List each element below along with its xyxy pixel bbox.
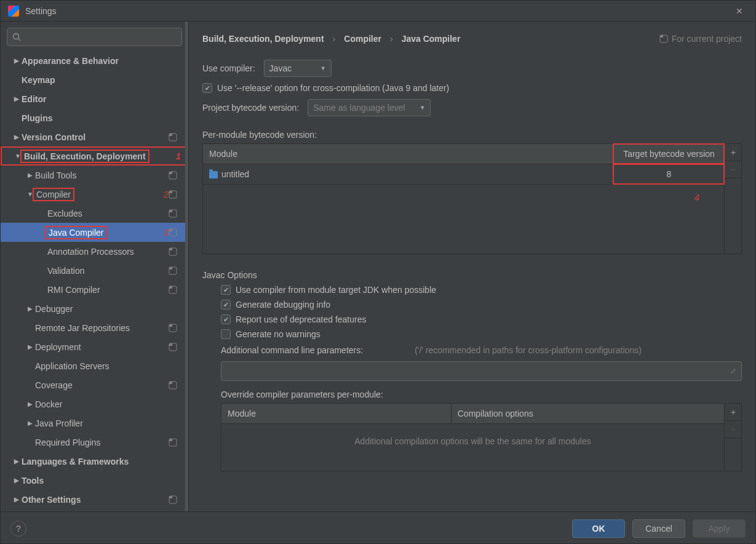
chevron-right-icon: ▶	[25, 343, 35, 350]
settings-content: Build, Execution, Deployment › Compiler …	[189, 22, 755, 511]
col-module[interactable]: Module	[203, 144, 613, 164]
cancel-button[interactable]: Cancel	[632, 519, 685, 538]
search-input[interactable]	[7, 28, 182, 46]
release-option-label: Use '--release' option for cross-compila…	[217, 83, 449, 93]
sidebar-item-deployment[interactable]: ▶Deployment	[1, 337, 188, 356]
svg-rect-9	[169, 210, 172, 212]
checkbox-icon	[221, 329, 231, 339]
per-module-table: Module Target bytecode version untitled …	[202, 143, 725, 254]
sidebar-item-label: RMI Compiler	[47, 285, 169, 295]
add-row-button[interactable]: ＋	[725, 404, 741, 421]
svg-rect-5	[169, 172, 172, 174]
add-row-button[interactable]: ＋	[725, 144, 741, 161]
col-compilation-options[interactable]: Compilation options	[451, 404, 724, 423]
javac-cb-deprecated[interactable]: Report use of deprecated features	[221, 314, 742, 324]
per-module-label: Per-module bytecode version:	[202, 130, 742, 140]
addl-params-input[interactable]: ⤢	[221, 361, 742, 381]
help-button[interactable]: ?	[10, 521, 26, 537]
sidebar-item-label: Java Compiler	[47, 226, 157, 239]
sidebar-item-build-execution-deployment[interactable]: ▼Build, Execution, Deployment1	[1, 146, 188, 166]
sidebar-item-appearance-behavior[interactable]: ▶Appearance & Behavior	[1, 51, 188, 70]
table-row[interactable]: untitled 8	[203, 164, 724, 185]
javac-cb-debug-info[interactable]: Generate debugging info	[221, 300, 742, 310]
sidebar-item-languages-frameworks[interactable]: ▶Languages & Frameworks	[1, 452, 188, 471]
sidebar-item-build-tools[interactable]: ▶Build Tools	[1, 166, 188, 185]
checkbox-icon	[221, 300, 231, 310]
sidebar-item-docker[interactable]: ▶Docker	[1, 394, 188, 414]
col-target[interactable]: Target bytecode version	[613, 144, 724, 164]
search-field[interactable]	[26, 32, 177, 42]
project-bytecode-label: Project bytecode version:	[202, 103, 299, 113]
javac-cb-no-warnings[interactable]: Generate no warnings	[221, 329, 742, 339]
sidebar-item-rmi-compiler[interactable]: RMI Compiler	[1, 280, 188, 299]
svg-rect-13	[169, 248, 172, 250]
chevron-right-icon: ▶	[12, 477, 22, 484]
svg-point-0	[14, 34, 19, 39]
svg-rect-25	[169, 439, 172, 441]
sidebar-item-validation[interactable]: Validation	[1, 261, 188, 280]
annotation-1: 1	[176, 151, 181, 161]
project-scope-icon	[169, 190, 177, 199]
project-scope-icon	[169, 266, 177, 275]
svg-rect-23	[169, 382, 172, 384]
cell-target[interactable]: 8	[613, 164, 724, 184]
sidebar-item-keymap[interactable]: Keymap	[1, 70, 188, 89]
project-bytecode-select[interactable]: Same as language level ▼	[308, 99, 431, 116]
close-icon[interactable]: ✕	[731, 4, 748, 18]
sidebar-item-label: Java Profiler	[35, 418, 182, 428]
sidebar-item-label: Coverage	[35, 380, 169, 390]
sidebar-item-label: Tools	[22, 476, 182, 486]
sidebar-item-compiler[interactable]: ▼Compiler2	[1, 185, 188, 204]
chevron-down-icon: ▼	[320, 65, 326, 71]
sidebar-item-tools[interactable]: ▶Tools	[1, 471, 188, 490]
svg-rect-3	[169, 134, 172, 136]
project-scope-icon	[169, 438, 177, 447]
sidebar-item-remote-jar-repositories[interactable]: Remote Jar Repositories	[1, 318, 188, 337]
sidebar-item-annotation-processors[interactable]: Annotation Processors	[1, 242, 188, 261]
crumb-build[interactable]: Build, Execution, Deployment	[202, 34, 324, 44]
sidebar-item-label: Required Plugins	[35, 438, 169, 447]
addl-params-hint: ('/' recommended in paths for cross-plat…	[415, 345, 642, 355]
sidebar-item-application-servers[interactable]: Application Servers	[1, 356, 188, 375]
chevron-right-icon: ▶	[25, 305, 35, 312]
scope-hint: For current project	[659, 34, 742, 44]
chevron-right-icon: ▶	[25, 172, 35, 178]
svg-rect-11	[169, 229, 172, 231]
ok-button[interactable]: OK	[572, 519, 625, 538]
sidebar-item-version-control[interactable]: ▶Version Control	[1, 127, 188, 146]
chevron-right-icon: ▶	[25, 401, 35, 407]
sidebar-item-java-profiler[interactable]: ▶Java Profiler	[1, 414, 188, 433]
sidebar-item-required-plugins[interactable]: Required Plugins	[1, 433, 188, 452]
breadcrumb: Build, Execution, Deployment › Compiler …	[202, 34, 460, 44]
settings-tree: ▶Appearance & BehaviorKeymap▶EditorPlugi…	[1, 51, 188, 511]
col-module[interactable]: Module	[221, 404, 451, 423]
sidebar-item-other-settings[interactable]: ▶Other Settings	[1, 490, 188, 509]
svg-rect-7	[169, 191, 172, 193]
sidebar-item-coverage[interactable]: Coverage	[1, 375, 188, 394]
remove-row-button: －	[725, 421, 741, 438]
project-scope-icon	[169, 286, 177, 294]
apply-button: Apply	[693, 519, 746, 538]
module-folder-icon	[209, 171, 218, 178]
sidebar-item-label: Keymap	[22, 75, 182, 85]
sidebar-item-debugger[interactable]: ▶Debugger	[1, 299, 188, 318]
sidebar-item-java-compiler[interactable]: Java Compiler3	[1, 223, 188, 242]
sidebar-item-editor[interactable]: ▶Editor	[1, 89, 188, 108]
chevron-right-icon: ▶	[12, 458, 22, 465]
project-scope-icon	[169, 343, 177, 351]
override-placeholder: Additional compilation options will be t…	[221, 424, 724, 471]
project-scope-icon	[169, 495, 177, 504]
expand-icon[interactable]: ⤢	[730, 367, 736, 375]
sidebar-item-excludes[interactable]: Excludes	[1, 204, 188, 223]
project-scope-icon	[659, 34, 668, 43]
dialog-footer: ? OK Cancel Apply	[1, 511, 755, 544]
compiler-select[interactable]: Javac ▼	[264, 60, 332, 77]
release-option-checkbox[interactable]: Use '--release' option for cross-compila…	[202, 83, 742, 93]
javac-cb-target-jdk[interactable]: Use compiler from module target JDK when…	[221, 285, 742, 295]
sidebar-item-label: Debugger	[35, 304, 182, 314]
sidebar-item-plugins[interactable]: Plugins	[1, 108, 188, 127]
chevron-right-icon: ▶	[12, 57, 22, 64]
crumb-compiler[interactable]: Compiler	[344, 34, 381, 44]
project-scope-icon	[169, 381, 177, 390]
sidebar-item-label: Plugins	[22, 113, 182, 123]
